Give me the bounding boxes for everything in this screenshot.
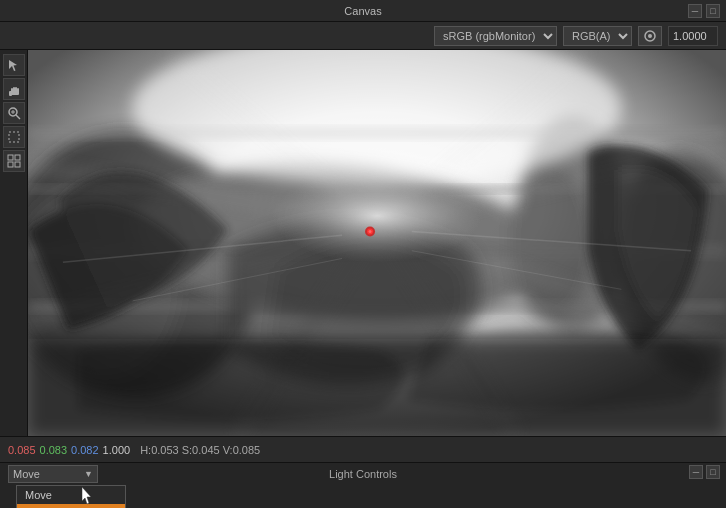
scene-canvas [28,50,726,436]
light-controls-text: Light Controls [329,468,397,480]
red-value: 0.085 [8,444,36,456]
bottom-panel-top: Move ▼ Move Motion Blur Light Controls ─… [0,463,726,485]
transform-tool-button[interactable] [3,150,25,172]
title-bar: Canvas ─ □ [0,0,726,22]
canvas-area[interactable] [28,50,726,436]
green-value: 0.083 [40,444,68,456]
svg-rect-17 [15,162,20,167]
panel-minimize-button[interactable]: ─ [689,465,703,479]
svg-line-10 [16,115,20,119]
blue-value: 0.082 [71,444,99,456]
mode-dropdown-menu: Move Motion Blur [16,485,126,508]
panel-controls: ─ □ [689,465,720,479]
svg-rect-16 [8,162,13,167]
view-options-button[interactable] [638,26,662,46]
mode-dropdown-container: Move ▼ Move Motion Blur [8,465,98,483]
controls-bar: sRGB (rgbMonitor) RGB(A) 1.0000 [0,22,726,50]
transform-icon [7,154,21,168]
zoom-tool-button[interactable] [3,102,25,124]
svg-point-40 [369,230,372,233]
view-icon [643,29,657,43]
color-space-select[interactable]: sRGB (rgbMonitor) [434,26,557,46]
dropdown-item-move[interactable]: Move [17,486,125,504]
marquee-icon [7,130,21,144]
svg-rect-8 [9,91,12,96]
panel-pop-out-button[interactable]: □ [706,465,720,479]
mode-dropdown-button[interactable]: Move ▼ [8,465,98,483]
zoom-icon [7,106,21,120]
window-title: Canvas [344,5,381,17]
svg-rect-13 [9,132,19,142]
dropdown-item-motion-blur[interactable]: Motion Blur [17,504,125,508]
bottom-panel: Move ▼ Move Motion Blur Light Controls ─… [0,462,726,508]
svg-rect-41 [28,340,726,437]
left-toolbar [0,50,28,436]
light-controls-label: Light Controls [0,468,726,480]
main-layout [0,50,726,436]
hsv-values: H:0.053 S:0.045 V:0.085 [140,444,260,456]
alpha-value: 1.000 [103,444,131,456]
svg-rect-14 [8,155,13,160]
maximize-button[interactable]: □ [706,4,720,18]
color-values: 0.085 0.083 0.082 1.000 [8,444,130,456]
channel-select[interactable]: RGB(A) [563,26,632,46]
status-bar: 0.085 0.083 0.082 1.000 H:0.053 S:0.045 … [0,436,726,462]
title-bar-controls: ─ □ [688,4,720,18]
svg-rect-15 [15,155,20,160]
mode-value: Move [13,468,80,480]
hand-icon [7,82,21,96]
minimize-button[interactable]: ─ [688,4,702,18]
hand-tool-button[interactable] [3,78,25,100]
dropdown-arrow-icon: ▼ [84,469,93,479]
svg-point-1 [648,34,652,38]
exposure-value[interactable]: 1.0000 [668,26,718,46]
select-tool-button[interactable] [3,54,25,76]
marquee-tool-button[interactable] [3,126,25,148]
svg-rect-7 [11,91,19,95]
svg-marker-2 [9,60,17,71]
select-icon [7,58,21,72]
